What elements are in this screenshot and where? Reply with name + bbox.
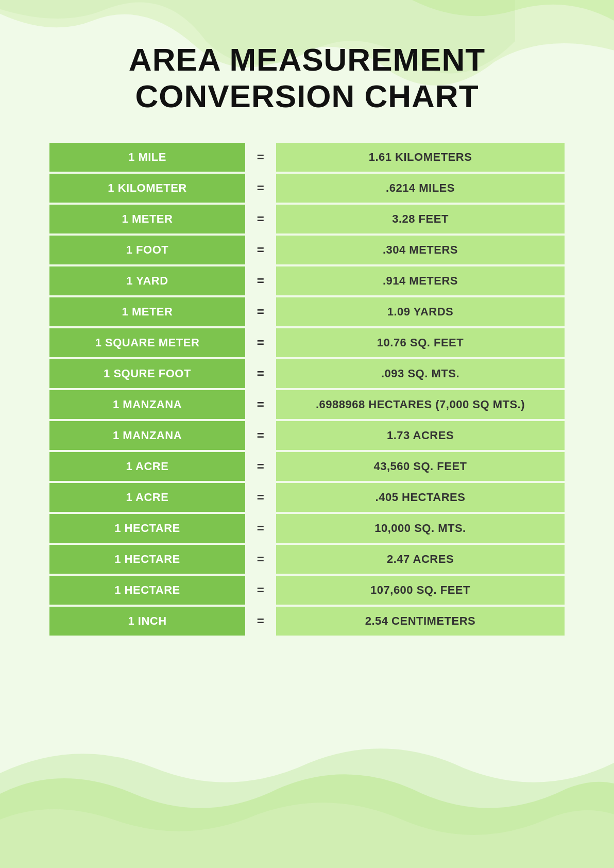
right-cell: 2.47 ACRES — [276, 545, 565, 574]
table-row: 1 HECTARE=10,000 SQ. MTS. — [49, 514, 565, 543]
table-row: 1 YARD=.914 METERS — [49, 266, 565, 295]
table-row: 1 ACRE=43,560 SQ. FEET — [49, 452, 565, 481]
right-cell: .304 METERS — [276, 236, 565, 264]
right-cell: 1.61 KILOMETERS — [276, 143, 565, 172]
equals-sign: = — [245, 607, 276, 636]
right-cell: 107,600 SQ. FEET — [276, 576, 565, 605]
right-cell: 1.09 YARDS — [276, 297, 565, 326]
table-row: 1 METER=3.28 FEET — [49, 205, 565, 233]
right-cell: .6988968 HECTARES (7,000 SQ MTS.) — [276, 390, 565, 419]
table-row: 1 SQURE FOOT=.093 SQ. MTS. — [49, 359, 565, 388]
right-cell: 10,000 SQ. MTS. — [276, 514, 565, 543]
left-cell: 1 HECTARE — [49, 576, 245, 605]
table-row: 1 HECTARE=2.47 ACRES — [49, 545, 565, 574]
left-cell: 1 MANZANA — [49, 390, 245, 419]
left-cell: 1 MILE — [49, 143, 245, 172]
table-row: 1 MANZANA=1.73 ACRES — [49, 421, 565, 450]
left-cell: 1 YARD — [49, 266, 245, 295]
equals-sign: = — [245, 452, 276, 481]
equals-sign: = — [245, 359, 276, 388]
equals-sign: = — [245, 328, 276, 357]
left-cell: 1 SQURE FOOT — [49, 359, 245, 388]
left-cell: 1 ACRE — [49, 483, 245, 512]
left-cell: 1 HECTARE — [49, 514, 245, 543]
left-cell: 1 INCH — [49, 607, 245, 636]
equals-sign: = — [245, 205, 276, 233]
left-cell: 1 METER — [49, 205, 245, 233]
table-row: 1 FOOT=.304 METERS — [49, 236, 565, 264]
left-cell: 1 KILOMETER — [49, 174, 245, 203]
equals-sign: = — [245, 143, 276, 172]
table-row: 1 MILE=1.61 KILOMETERS — [49, 143, 565, 172]
equals-sign: = — [245, 266, 276, 295]
table-row: 1 INCH=2.54 CENTIMETERS — [49, 607, 565, 636]
equals-sign: = — [245, 236, 276, 264]
right-cell: .6214 MILES — [276, 174, 565, 203]
right-cell: .405 HECTARES — [276, 483, 565, 512]
table-row: 1 METER=1.09 YARDS — [49, 297, 565, 326]
right-cell: 1.73 ACRES — [276, 421, 565, 450]
table-row: 1 ACRE=.405 HECTARES — [49, 483, 565, 512]
right-cell: .914 METERS — [276, 266, 565, 295]
equals-sign: = — [245, 483, 276, 512]
equals-sign: = — [245, 514, 276, 543]
left-cell: 1 METER — [49, 297, 245, 326]
equals-sign: = — [245, 390, 276, 419]
conversion-table: 1 MILE=1.61 KILOMETERS1 KILOMETER=.6214 … — [49, 141, 565, 638]
table-row: 1 KILOMETER=.6214 MILES — [49, 174, 565, 203]
left-cell: 1 ACRE — [49, 452, 245, 481]
right-cell: 10.76 SQ. FEET — [276, 328, 565, 357]
table-row: 1 MANZANA=.6988968 HECTARES (7,000 SQ MT… — [49, 390, 565, 419]
page-title: AREA MEASUREMENT CONVERSION CHART — [129, 41, 485, 115]
equals-sign: = — [245, 545, 276, 574]
right-cell: .093 SQ. MTS. — [276, 359, 565, 388]
equals-sign: = — [245, 421, 276, 450]
left-cell: 1 MANZANA — [49, 421, 245, 450]
right-cell: 2.54 CENTIMETERS — [276, 607, 565, 636]
left-cell: 1 SQUARE METER — [49, 328, 245, 357]
table-row: 1 HECTARE=107,600 SQ. FEET — [49, 576, 565, 605]
equals-sign: = — [245, 576, 276, 605]
right-cell: 3.28 FEET — [276, 205, 565, 233]
left-cell: 1 FOOT — [49, 236, 245, 264]
left-cell: 1 HECTARE — [49, 545, 245, 574]
right-cell: 43,560 SQ. FEET — [276, 452, 565, 481]
equals-sign: = — [245, 174, 276, 203]
equals-sign: = — [245, 297, 276, 326]
table-row: 1 SQUARE METER=10.76 SQ. FEET — [49, 328, 565, 357]
